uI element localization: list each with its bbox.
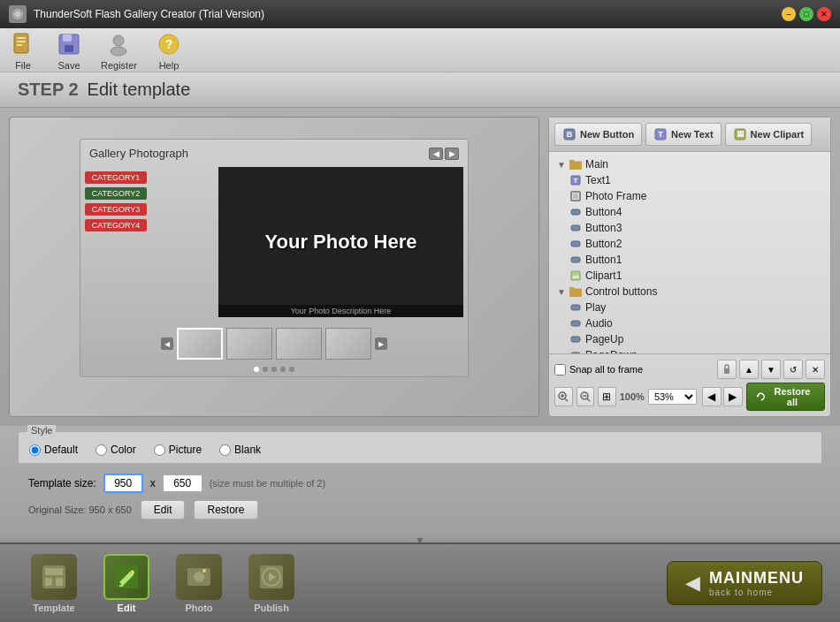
tree-item-button1[interactable]: Button1 xyxy=(554,252,826,268)
template-size-label: Template size: xyxy=(28,477,96,489)
delete-icon-btn[interactable]: ✕ xyxy=(806,360,825,379)
step-number: STEP 2 xyxy=(18,80,79,100)
thumb-prev-btn[interactable]: ◀ xyxy=(161,338,173,350)
toolbar-save[interactable]: Save xyxy=(55,30,83,71)
folder-icon-control xyxy=(569,285,582,298)
new-clipart-btn[interactable]: 🖼 New Clipart xyxy=(725,123,813,146)
thumbnail-2[interactable] xyxy=(226,328,272,360)
new-text-icon: T xyxy=(653,127,668,141)
height-input[interactable] xyxy=(163,474,202,492)
snap-checkbox-area[interactable]: Snap all to frame xyxy=(554,364,643,375)
radio-picture[interactable]: Picture xyxy=(154,444,202,456)
snap-checkbox[interactable] xyxy=(554,364,566,375)
tree-item-clipart1[interactable]: Clipart1 xyxy=(554,268,826,284)
close-button[interactable]: ✕ xyxy=(817,7,831,21)
btn-icon-pageup xyxy=(569,333,582,345)
up-icon-btn[interactable]: ▲ xyxy=(739,360,759,379)
page-dot-1 xyxy=(254,367,259,372)
tree-item-controlbuttons[interactable]: ▼ Control buttons xyxy=(554,284,826,300)
btn-icon-audio xyxy=(569,317,582,330)
snap-label: Snap all to frame xyxy=(569,364,643,375)
svg-text:B: B xyxy=(567,130,573,139)
tree-item-button3[interactable]: Button3 xyxy=(554,220,826,236)
zoom-prev-btn[interactable]: ◀ xyxy=(702,387,722,406)
maximize-button[interactable]: □ xyxy=(799,7,813,21)
bottom-nav: Template Edit Photo xyxy=(0,542,840,622)
nav-photo[interactable]: Photo xyxy=(163,550,235,618)
tree-item-audio[interactable]: Audio xyxy=(554,315,826,331)
radio-blank[interactable]: Blank xyxy=(219,444,261,456)
zoom-select[interactable]: 53% 25% 50% 75% 100% 150% 200% xyxy=(648,389,697,405)
edit-btn[interactable]: Edit xyxy=(141,500,186,520)
tree-item-pagedown[interactable]: PageDown xyxy=(554,347,826,353)
svg-text:🖼: 🖼 xyxy=(737,131,745,139)
tree-item-play[interactable]: Play xyxy=(554,300,826,315)
main-menu-btn[interactable]: ◀ MAINMENU back to home xyxy=(667,561,822,605)
new-button-btn[interactable]: B New Button xyxy=(554,123,642,146)
radio-color-label: Color xyxy=(111,444,136,456)
thumbnail-3[interactable] xyxy=(276,328,322,360)
right-panel: B New Button T New Text 🖼 xyxy=(548,117,831,417)
thumbnail-4[interactable] xyxy=(325,328,371,360)
category-btn-3[interactable]: CATEGORY3 xyxy=(85,203,147,216)
zoom-fit-btn[interactable]: ⊞ xyxy=(598,387,616,406)
tree-item-button4[interactable]: Button4 xyxy=(554,204,826,220)
nav-photo-label: Photo xyxy=(185,603,212,613)
svg-rect-43 xyxy=(45,568,63,575)
tree-label-clipart1: Clipart1 xyxy=(585,269,622,282)
radio-blank-label: Blank xyxy=(234,444,261,456)
lock-icon-btn[interactable] xyxy=(717,360,737,379)
main-menu-text: MAINMENU back to home xyxy=(709,569,804,597)
title-bar-left: ThunderSoft Flash Gallery Creator (Trial… xyxy=(9,5,264,23)
tree-item-pageup[interactable]: PageUp xyxy=(554,331,826,347)
thumb-next-btn[interactable]: ▶ xyxy=(375,338,387,350)
toolbar-register[interactable]: Register xyxy=(101,30,137,71)
thumbnail-strip: ◀ ▶ xyxy=(85,324,463,363)
toolbar-file[interactable]: File xyxy=(9,30,37,71)
radio-default[interactable]: Default xyxy=(29,444,78,456)
svg-point-50 xyxy=(202,569,206,573)
category-btn-2[interactable]: CATEGORY2 xyxy=(85,187,147,200)
down-icon-btn[interactable]: ▼ xyxy=(761,360,781,379)
radio-color[interactable]: Color xyxy=(95,444,136,456)
nav-template[interactable]: Template xyxy=(18,550,90,618)
step-header: STEP 2 Edit template xyxy=(0,72,840,108)
gallery-next-btn[interactable]: ▶ xyxy=(445,148,459,160)
restore-size-btn[interactable]: Restore xyxy=(194,500,257,520)
refresh-icon-btn[interactable]: ↺ xyxy=(783,360,803,379)
nav-publish[interactable]: Publish xyxy=(235,550,308,618)
toolbar-help[interactable]: ? Help xyxy=(155,30,183,71)
tree-item-button2[interactable]: Button2 xyxy=(554,236,826,252)
tree-label-button4: Button4 xyxy=(585,206,622,218)
style-radios: Default Color Picture Blank xyxy=(29,444,811,456)
width-input[interactable] xyxy=(103,474,143,493)
zoom-percent: 100% xyxy=(620,391,645,402)
minimize-button[interactable]: – xyxy=(782,7,796,21)
tree-label-main: Main xyxy=(585,158,608,171)
restore-all-label: Restore all xyxy=(769,386,815,407)
tree-item-main[interactable]: ▼ Main xyxy=(554,156,826,172)
folder-icon-main xyxy=(569,158,582,171)
nav-edit[interactable]: Edit xyxy=(90,550,163,618)
tree-item-photoframe[interactable]: Photo Frame xyxy=(554,188,826,204)
zoom-out-btn[interactable] xyxy=(577,387,595,406)
zoom-in-btn[interactable] xyxy=(554,387,573,406)
clipart-icon-clipart1 xyxy=(569,269,582,282)
zoom-next-btn[interactable]: ▶ xyxy=(723,387,743,406)
thumbnail-1[interactable] xyxy=(177,328,223,360)
restore-all-btn[interactable]: Restore all xyxy=(746,383,825,411)
category-btn-1[interactable]: CATEGORY1 xyxy=(85,171,147,184)
tree-item-text1[interactable]: T Text1 xyxy=(554,172,826,188)
new-button-icon: B xyxy=(562,127,577,141)
svg-rect-24 xyxy=(571,225,580,231)
gallery-preview: Gallery Photograph ◀ ▶ CATEGORY1 CATEGOR… xyxy=(80,139,469,377)
canvas-area[interactable]: Gallery Photograph ◀ ▶ CATEGORY1 CATEGOR… xyxy=(9,117,539,417)
category-btn-4[interactable]: CATEGORY4 xyxy=(85,219,147,231)
gallery-prev-btn[interactable]: ◀ xyxy=(429,148,443,160)
gallery-title-bar: Gallery Photograph ◀ ▶ xyxy=(85,144,463,163)
new-text-btn[interactable]: T New Text xyxy=(645,123,721,146)
svg-line-37 xyxy=(565,398,568,401)
top-toolbar: File Save Register ? Help xyxy=(0,28,840,72)
edit-nav-icon xyxy=(103,554,149,600)
app-icon xyxy=(9,5,27,23)
